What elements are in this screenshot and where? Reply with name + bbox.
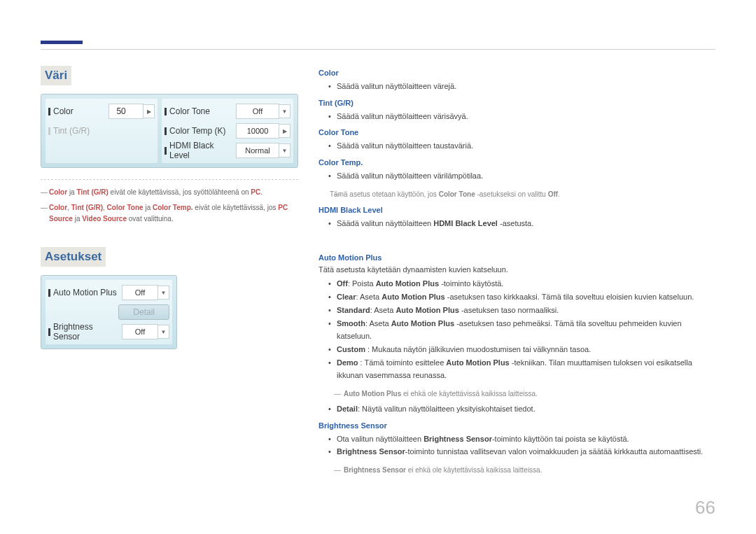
amp-demo: Demo : Tämä toiminto esittelee Auto Moti… [318,356,718,382]
label-brightness-sensor: Brightness Sensor [53,322,122,342]
heading-hdmi-black: HDMI Black Level [318,206,718,214]
chevron-down-icon[interactable]: ▼ [158,286,169,300]
section-title-asetukset: Asetukset [41,247,106,267]
value-brightness-sensor: Off [135,328,145,336]
spin-right-icon[interactable]: ▶ [279,124,290,138]
amp-custom: Custom : Mukauta näytön jälkikuvien muod… [318,343,718,356]
value-hdmi-black: Normal [245,146,270,155]
label-hdmi-black: HDMI Black Level [169,141,236,160]
header-accent [41,41,83,44]
amp-detail: Detail: Näytä valitun näyttölaitteen yks… [318,402,718,416]
heading-color: Color [318,69,718,77]
amp-clear: Clear: Aseta Auto Motion Plus -asetuksen… [318,290,718,304]
desc-tint: Säädä valitun näyttölaitteen värisävyä. [318,110,718,123]
value-color-temp: 10000 [247,127,269,135]
heading-auto-motion: Auto Motion Plus [318,253,718,262]
chevron-down-icon[interactable]: ▼ [158,325,169,339]
desc-color: Säädä valitun näyttölaitteen värejä. [318,80,718,93]
note-auto-motion: Auto Motion Plus ei ehkä ole käytettävis… [318,388,718,400]
label-color-temp: Color Temp (K) [169,126,225,136]
desc-color-temp: Säädä valitun näyttölaitteen värilämpöti… [318,169,718,183]
spin-right-icon[interactable]: ▶ [144,104,155,118]
heading-brightness-sensor: Brightness Sensor [318,421,718,430]
divider [41,179,298,180]
header-rule [41,49,715,50]
value-color: 50 [112,106,139,116]
heading-color-temp: Color Temp. [318,158,718,167]
desc-color-tone: Säädä valitun näyttölaitteen taustaväriä… [318,139,718,153]
note-color-temp: Tämä asetus otetaan käyttöön, jos Color … [318,188,718,200]
intro-auto-motion: Tätä asetusta käytetään dynaamisten kuvi… [318,265,718,274]
section-title-vari: Väri [41,66,71,85]
chevron-down-icon[interactable]: ▼ [279,104,290,118]
detail-button[interactable]: Detail [118,304,169,320]
value-auto-motion: Off [135,288,145,297]
heading-color-tone: Color Tone [318,128,718,136]
amp-smooth: Smooth: Aseta Auto Motion Plus -asetukse… [318,317,718,343]
chevron-down-icon[interactable]: ▼ [279,143,290,157]
value-color-tone: Off [253,107,262,115]
amp-standard: Standard: Aseta Auto Motion Plus -asetuk… [318,304,718,317]
page-number: 66 [695,497,715,519]
bs-line1: Ota valitun näyttölaitteen Brightness Se… [318,433,718,446]
bs-line2: Brightness Sensor-toiminto tunnistaa val… [318,445,718,458]
panel-settings: Auto Motion Plus Off ▼ Detail Brightness… [41,275,177,349]
panel-color: Color 50 ▶ Tint (G/R) Color Tone Off ▼ C… [41,94,298,168]
amp-off: Off: Poista Auto Motion Plus -toiminto k… [318,277,718,290]
footnote-2: ― Color, Tint (G/R), Color Tone ja Color… [41,202,298,225]
heading-tint: Tint (G/R) [318,99,718,107]
label-tint: Tint (G/R) [53,126,90,136]
desc-hdmi-black: Säädä valitun näyttölaitteen HDMI Black … [318,217,718,230]
note-brightness-sensor: Brightness Sensor ei ehkä ole käytettävi… [318,464,718,476]
label-auto-motion: Auto Motion Plus [53,288,117,297]
footnote-1: ― Color ja Tint (G/R) eivät ole käytettä… [41,187,298,198]
label-color: Color [53,106,74,116]
label-color-tone: Color Tone [169,106,210,116]
